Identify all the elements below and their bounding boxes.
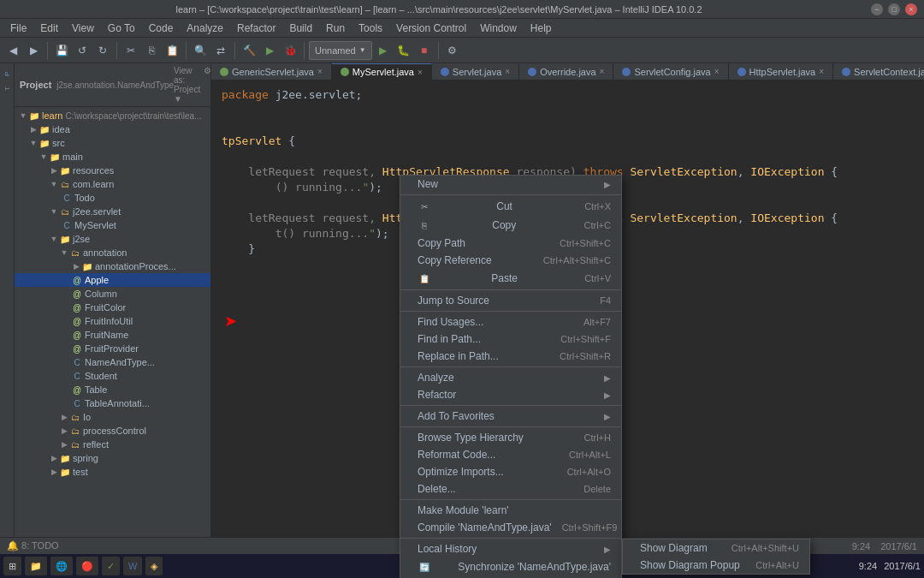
tree-com-learn[interactable]: ▼ 🗂 com.learn — [15, 177, 210, 191]
cm-reformat[interactable]: Reformat Code... Ctrl+Alt+L — [400, 446, 621, 463]
toolbar-cut[interactable]: ✂ — [121, 41, 140, 60]
tree-annotationproces[interactable]: ▶ 📁 annotationProces... — [15, 259, 210, 273]
tree-resources[interactable]: ▶ 📁 resources — [15, 164, 210, 177]
cm-optimize-imports[interactable]: Optimize Imports... Ctrl+Alt+O — [400, 463, 621, 480]
tab-close-icon[interactable]: × — [714, 67, 720, 76]
tab-close-icon[interactable]: × — [600, 67, 605, 76]
cm-cut[interactable]: ✂ Cut Ctrl+X — [400, 197, 621, 216]
menu-code[interactable]: Code — [142, 19, 181, 37]
cm-find-path[interactable]: Find in Path... Ctrl+Shift+F — [400, 331, 621, 348]
tree-fruitcolor[interactable]: @ FruitColor — [15, 301, 210, 314]
cm-local-history[interactable]: Local History ▶ — [400, 540, 621, 557]
tab-myservlet[interactable]: MyServlet.java × — [332, 63, 432, 80]
toolbar-save[interactable]: 💾 — [52, 41, 71, 60]
view-as-button[interactable]: View as: Project ▼ — [174, 66, 200, 104]
toolbar-back[interactable]: ◀ — [3, 41, 22, 60]
taskbar-browser[interactable]: 🌐 — [50, 557, 73, 575]
cm-browse-hierarchy[interactable]: Browse Type Hierarchy Ctrl+H — [400, 429, 621, 446]
menu-run[interactable]: Run — [319, 19, 352, 37]
cm-new[interactable]: New ▶ — [400, 176, 621, 193]
taskbar-idea[interactable]: ◈ — [145, 557, 163, 575]
toolbar-find[interactable]: 🔍 — [191, 41, 210, 60]
toolbar-run2[interactable]: ▶ — [374, 41, 393, 60]
tab-close-icon[interactable]: × — [819, 67, 824, 76]
todo-status[interactable]: 🔔 8: TODO — [7, 540, 59, 551]
cm-copy-reference[interactable]: Copy Reference Ctrl+Alt+Shift+C — [400, 252, 621, 269]
menu-build[interactable]: Build — [282, 19, 319, 37]
menu-help[interactable]: Help — [524, 19, 559, 37]
cm-delete[interactable]: Delete... Delete — [400, 480, 621, 498]
tree-spring[interactable]: ▶ 📁 spring — [15, 451, 210, 465]
tab-httpservlet[interactable]: HttpServlet.java × — [729, 63, 834, 80]
tab-close-icon[interactable]: × — [418, 68, 423, 77]
gear-icon[interactable]: ⚙ — [204, 66, 211, 104]
cm-jump-source[interactable]: Jump to Source F4 — [400, 292, 621, 309]
tab-servlet[interactable]: Servlet.java × — [432, 63, 519, 80]
menu-vcs[interactable]: Version Control — [389, 19, 473, 37]
toolbar-paste[interactable]: 📋 — [163, 41, 181, 60]
cm-copy-path[interactable]: Copy Path Ctrl+Shift+C — [400, 235, 621, 252]
taskbar-btn4[interactable]: ✓ — [102, 557, 120, 575]
menu-window[interactable]: Window — [473, 19, 524, 37]
tree-column[interactable]: @ Column — [15, 287, 210, 301]
tree-j2se[interactable]: ▼ 📁 j2se — [15, 232, 210, 246]
tree-fruitprovider[interactable]: @ FruitProvider — [15, 342, 210, 355]
tree-processcontrol[interactable]: ▶ 🗂 processControl — [15, 424, 210, 438]
toolbar-debug[interactable]: 🐞 — [281, 41, 299, 60]
toolbar-redo[interactable]: ↻ — [93, 41, 112, 60]
toolbar-replace[interactable]: ⇄ — [211, 41, 230, 60]
tree-annotation[interactable]: ▼ 🗂 annotation — [15, 246, 210, 259]
taskbar-start[interactable]: ⊞ — [3, 557, 21, 575]
toolbar-debug2[interactable]: 🐛 — [394, 41, 413, 60]
cm-compile[interactable]: Compile 'NameAndType.java' Ctrl+Shift+F9 — [400, 519, 621, 536]
tree-student[interactable]: C Student — [15, 369, 210, 383]
cm-copy[interactable]: ⎘ Copy Ctrl+C — [400, 216, 621, 235]
tab-close-icon[interactable]: × — [317, 67, 323, 76]
taskbar-files[interactable]: 📁 — [25, 557, 47, 575]
tab-override[interactable]: Override.java × — [519, 63, 613, 80]
toolbar-run[interactable]: ▶ — [260, 41, 279, 60]
cm-make-module[interactable]: Make Module 'learn' — [400, 502, 621, 519]
tree-io[interactable]: ▶ 🗂 Io — [15, 410, 210, 424]
tree-apple[interactable]: @ Apple — [15, 273, 210, 287]
taskbar-word[interactable]: W — [123, 557, 142, 575]
tree-idea[interactable]: ▶ 📁 idea — [15, 122, 210, 136]
minimize-button[interactable]: − — [871, 3, 883, 15]
menu-edit[interactable]: Edit — [33, 19, 65, 37]
tree-j2ee-servlet[interactable]: ▼ 🗂 j2ee.servlet — [15, 205, 210, 218]
tree-tableannotati[interactable]: C TableAnnotati... — [15, 396, 210, 410]
cm-find-usages[interactable]: Find Usages... Alt+F7 — [400, 313, 621, 331]
tree-fruitinfoutil[interactable]: @ FruitInfoUtil — [15, 314, 210, 328]
menu-analyze[interactable]: Analyze — [180, 19, 230, 37]
tree-main[interactable]: ▼ 📁 main — [15, 150, 210, 164]
toolbar-settings[interactable]: ⚙ — [443, 41, 462, 60]
tab-servletconfig[interactable]: ServletConfig.java × — [613, 63, 728, 80]
menu-goto[interactable]: Go To — [101, 19, 142, 37]
toolbar-stop[interactable]: ■ — [415, 41, 434, 60]
toolbar-copy[interactable]: ⎘ — [142, 41, 161, 60]
cm-paste[interactable]: 📋 Paste Ctrl+V — [400, 269, 621, 288]
maximize-button[interactable]: □ — [888, 3, 900, 15]
run-config-dropdown[interactable]: Unnamed ▼ — [309, 41, 372, 60]
sm-show-diagram[interactable]: Show Diagram Ctrl+Alt+Shift+U — [623, 539, 809, 557]
tab-servletcontext[interactable]: ServletContext.java × — [833, 63, 924, 80]
tab-genericservlet[interactable]: GenericServlet.java × — [211, 63, 332, 80]
close-button[interactable]: × — [905, 3, 917, 15]
menu-file[interactable]: File — [3, 19, 33, 37]
project-icon[interactable]: P — [0, 67, 14, 80]
todo-icon[interactable]: T — [0, 82, 14, 96]
sm-show-diagram-popup[interactable]: Show Diagram Popup Ctrl+Alt+U — [623, 557, 809, 574]
tree-src[interactable]: ▼ 📁 src — [15, 136, 210, 150]
cm-analyze[interactable]: Analyze ▶ — [400, 369, 621, 386]
taskbar-btn3[interactable]: 🔴 — [76, 557, 98, 575]
tree-table[interactable]: @ Table — [15, 383, 210, 396]
toolbar-build[interactable]: 🔨 — [240, 41, 258, 60]
tree-root[interactable]: ▼ 📁 learn C:\workspace\project\train\tes… — [15, 109, 210, 122]
tree-myservlet[interactable]: C MyServlet — [15, 218, 210, 232]
toolbar-undo[interactable]: ↺ — [73, 41, 92, 60]
cm-replace-path[interactable]: Replace in Path... Ctrl+Shift+R — [400, 348, 621, 365]
tree-test[interactable]: ▶ 📁 test — [15, 465, 210, 479]
toolbar-forward[interactable]: ▶ — [24, 41, 43, 60]
tree-reflect[interactable]: ▶ 🗂 reflect — [15, 438, 210, 451]
menu-view[interactable]: View — [65, 19, 101, 37]
